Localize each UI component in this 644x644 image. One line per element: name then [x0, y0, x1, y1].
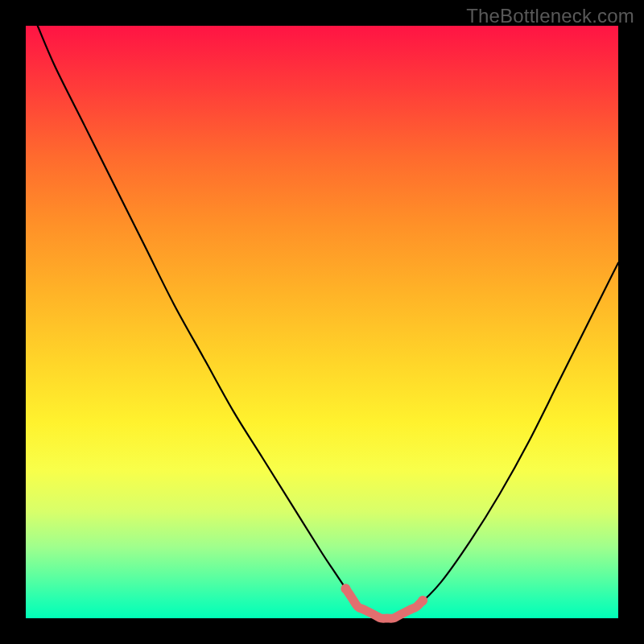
chart-frame: TheBottleneck.com [0, 0, 644, 644]
highlight-dot-start [341, 584, 350, 593]
bottleneck-highlight [345, 588, 423, 618]
chart-plot-area [26, 26, 618, 618]
highlight-dot-end [418, 596, 427, 605]
watermark-label: TheBottleneck.com [466, 5, 634, 27]
bottleneck-chart-svg [26, 26, 618, 618]
bottleneck-curve [38, 26, 618, 619]
